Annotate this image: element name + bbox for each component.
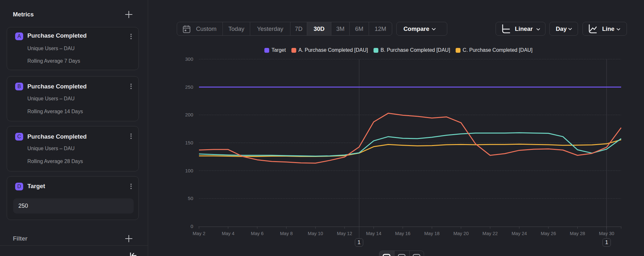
svg-text:May 14: May 14 — [366, 231, 382, 236]
svg-text:May 4: May 4 — [222, 231, 235, 236]
svg-text:May 8: May 8 — [280, 231, 293, 236]
svg-text:0: 0 — [191, 224, 193, 229]
svg-text:200: 200 — [185, 112, 193, 117]
svg-text:May 24: May 24 — [512, 231, 527, 236]
svg-text:May 2: May 2 — [193, 231, 205, 236]
svg-text:May 20: May 20 — [453, 231, 469, 236]
svg-text:100: 100 — [185, 168, 193, 173]
svg-text:May 28: May 28 — [570, 231, 585, 236]
svg-text:May 22: May 22 — [482, 231, 498, 236]
svg-text:May 30: May 30 — [599, 231, 614, 236]
svg-text:May 18: May 18 — [424, 231, 440, 236]
svg-text:50: 50 — [188, 196, 193, 201]
svg-text:250: 250 — [185, 84, 193, 90]
svg-text:150: 150 — [185, 140, 193, 145]
svg-text:May 26: May 26 — [541, 231, 556, 236]
svg-text:300: 300 — [185, 56, 193, 62]
svg-text:May 10: May 10 — [308, 231, 323, 236]
svg-text:May 16: May 16 — [395, 231, 411, 236]
svg-text:May 12: May 12 — [337, 231, 352, 236]
svg-text:May 6: May 6 — [251, 231, 264, 236]
